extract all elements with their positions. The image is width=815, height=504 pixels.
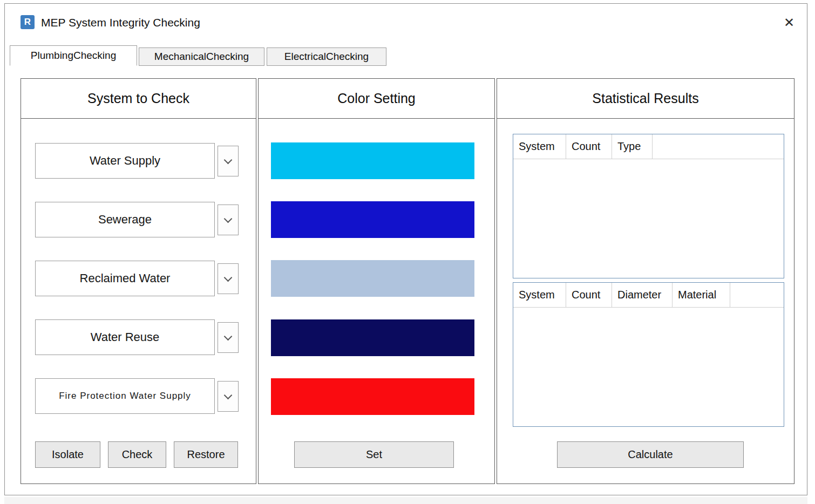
combo-water-reuse-dropdown-button[interactable]: [218, 322, 239, 353]
revit-app-icon: R: [21, 15, 35, 29]
combo-reclaimed-water-dropdown-button[interactable]: [218, 263, 239, 294]
chevron-down-icon: [224, 273, 233, 282]
color-panel-title: Color Setting: [337, 91, 416, 106]
chevron-down-icon: [224, 214, 233, 223]
pipe-table-header-diameter[interactable]: Diameter: [612, 283, 673, 307]
type-table-header-count[interactable]: Count: [566, 134, 612, 159]
system-panel-header: System to Check: [21, 79, 256, 119]
tab-mechanical-checking[interactable]: MechanicalChecking: [139, 47, 264, 66]
chevron-down-icon: [224, 332, 233, 340]
combo-water-supply-dropdown-button[interactable]: [218, 146, 239, 176]
results-panel-title: Statistical Results: [592, 91, 698, 106]
combo-reclaimed-water[interactable]: Reclaimed Water: [35, 261, 215, 296]
restore-button[interactable]: Restore: [174, 441, 238, 468]
combo-sewerage[interactable]: Sewerage: [35, 202, 215, 237]
pipe-results-table: System Count Diameter Material: [513, 282, 784, 427]
calculate-button[interactable]: Calculate: [557, 441, 744, 468]
color-swatch-reclaimed-water[interactable]: [271, 260, 474, 297]
chevron-down-icon: [224, 391, 233, 399]
tab-plumbing-checking[interactable]: PlumbingChecking: [10, 45, 137, 66]
color-swatch-fire-protection[interactable]: [271, 378, 474, 415]
type-results-table: System Count Type: [513, 134, 784, 278]
pipe-table-body-empty: [513, 307, 784, 426]
combo-fire-protection-water-supply[interactable]: Fire Protection Water Supply: [35, 378, 215, 414]
window-title: MEP System Integrity Checking: [41, 16, 200, 29]
combo-water-supply[interactable]: Water Supply: [35, 143, 215, 179]
type-table-header-system[interactable]: System: [513, 134, 566, 159]
tab-electrical-checking[interactable]: ElectricalChecking: [267, 47, 386, 66]
color-panel-header: Color Setting: [259, 79, 494, 119]
screen: R MEP System Integrity Checking ✕ Plumbi…: [0, 0, 815, 504]
pipe-table-header-row: System Count Diameter Material: [513, 283, 784, 308]
combo-fire-protection-dropdown-button[interactable]: [218, 381, 239, 412]
pipe-table-header-count[interactable]: Count: [566, 283, 612, 307]
pipe-table-header-material[interactable]: Material: [673, 283, 730, 307]
color-swatch-water-supply[interactable]: [271, 142, 474, 179]
system-panel-title: System to Check: [87, 91, 189, 106]
type-table-body-empty: [513, 159, 784, 278]
type-table-header-type[interactable]: Type: [612, 134, 653, 159]
close-icon[interactable]: ✕: [780, 14, 798, 31]
type-table-header-row: System Count Type: [513, 134, 784, 159]
color-swatch-sewerage[interactable]: [271, 201, 474, 238]
set-button[interactable]: Set: [294, 441, 454, 468]
combo-water-reuse[interactable]: Water Reuse: [35, 319, 215, 355]
isolate-button[interactable]: Isolate: [35, 441, 100, 468]
partial-occluded-content-strip: [4, 497, 807, 504]
pipe-table-header-system[interactable]: System: [513, 283, 566, 307]
combo-sewerage-dropdown-button[interactable]: [218, 205, 239, 235]
chevron-down-icon: [224, 155, 233, 164]
color-swatch-water-reuse[interactable]: [271, 319, 474, 356]
results-panel-header: Statistical Results: [497, 79, 794, 119]
check-button[interactable]: Check: [108, 441, 166, 468]
